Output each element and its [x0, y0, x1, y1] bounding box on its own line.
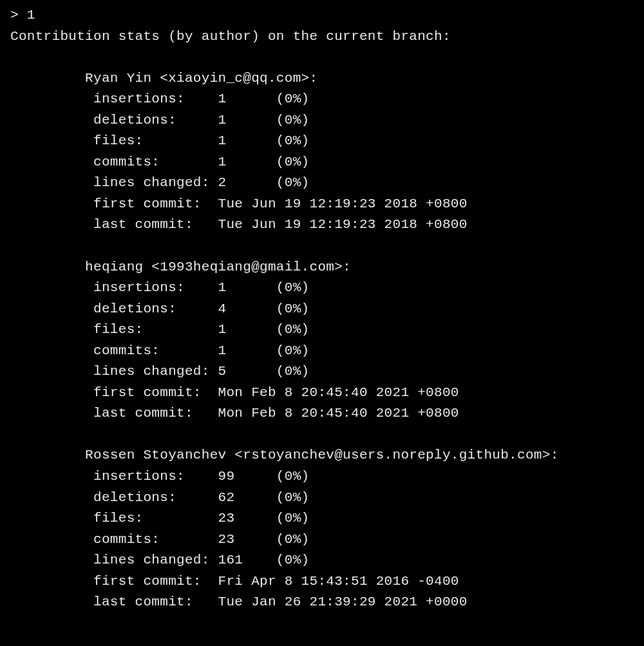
- stat-first-commit: first commit: Tue Jun 19 12:19:23 2018 +…: [10, 194, 634, 215]
- stat-insertions: insertions: 99 (0%): [10, 466, 634, 488]
- stat-lines-changed: lines changed: 161 (0%): [10, 550, 634, 571]
- author-name: Ryan Yin <xiaoyin_c@qq.com>:: [10, 68, 634, 90]
- author-name: Rossen Stoyanchev <rstoyanchev@users.nor…: [10, 445, 634, 466]
- header-line: Contribution stats (by author) on the cu…: [10, 26, 634, 48]
- authors-container: Ryan Yin <xiaoyin_c@qq.com>: insertions:…: [10, 68, 634, 613]
- stat-last-commit: last commit: Tue Jun 19 12:19:23 2018 +0…: [10, 214, 634, 236]
- author-block: Ryan Yin <xiaoyin_c@qq.com>: insertions:…: [10, 68, 634, 236]
- stat-lines-changed: lines changed: 5 (0%): [10, 361, 634, 383]
- author-block: Rossen Stoyanchev <rstoyanchev@users.nor…: [10, 445, 634, 613]
- stat-insertions: insertions: 1 (0%): [10, 278, 634, 299]
- stat-first-commit: first commit: Mon Feb 8 20:45:40 2021 +0…: [10, 383, 634, 404]
- stat-insertions: insertions: 1 (0%): [10, 89, 634, 110]
- stat-first-commit: first commit: Fri Apr 8 15:43:51 2016 -0…: [10, 571, 634, 593]
- stat-lines-changed: lines changed: 2 (0%): [10, 173, 634, 194]
- stat-commits: commits: 23 (0%): [10, 529, 634, 551]
- author-block: heqiang <1993heqiang@gmail.com>: inserti…: [10, 257, 634, 424]
- stat-last-commit: last commit: Mon Feb 8 20:45:40 2021 +08…: [10, 403, 634, 424]
- stat-commits: commits: 1 (0%): [10, 152, 634, 173]
- stat-last-commit: last commit: Tue Jan 26 21:39:29 2021 +0…: [10, 592, 634, 613]
- prompt-line: > 1: [10, 5, 634, 26]
- stat-files: files: 23 (0%): [10, 508, 634, 529]
- stat-commits: commits: 1 (0%): [10, 341, 634, 362]
- stat-deletions: deletions: 62 (0%): [10, 488, 634, 509]
- stat-files: files: 1 (0%): [10, 131, 634, 152]
- stat-deletions: deletions: 4 (0%): [10, 299, 634, 320]
- stat-files: files: 1 (0%): [10, 319, 634, 341]
- stat-deletions: deletions: 1 (0%): [10, 110, 634, 131]
- author-name: heqiang <1993heqiang@gmail.com>:: [10, 257, 634, 278]
